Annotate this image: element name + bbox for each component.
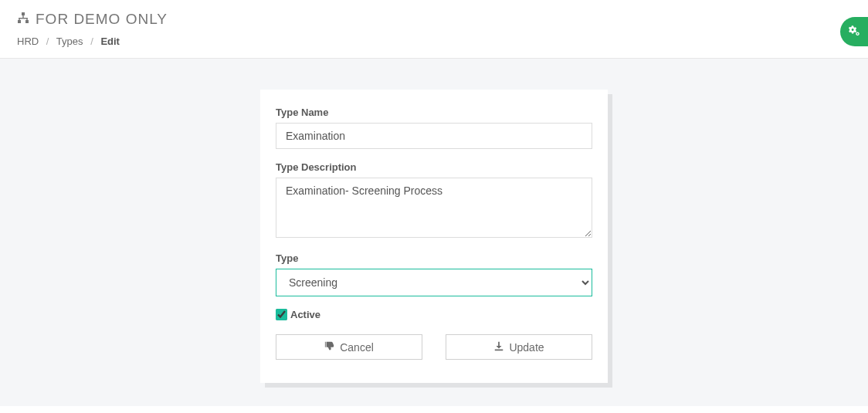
form-group-type-name: Type Name [276, 107, 592, 149]
update-button[interactable]: Update [446, 334, 592, 360]
update-button-label: Update [509, 341, 544, 354]
settings-tab[interactable] [840, 17, 868, 46]
type-description-label: Type Description [276, 161, 592, 173]
type-label: Type [276, 252, 592, 264]
thumbs-down-icon [324, 340, 335, 354]
svg-rect-2 [25, 20, 29, 23]
edit-form-card: Type Name Type Description Type Screenin… [260, 90, 608, 383]
content-area: Type Name Type Description Type Screenin… [0, 59, 868, 406]
breadcrumb-link-hrd[interactable]: HRD [17, 36, 39, 47]
type-name-input[interactable] [276, 123, 592, 149]
form-group-type: Type Screening [276, 252, 592, 296]
active-checkbox[interactable] [276, 309, 287, 320]
svg-rect-6 [26, 18, 27, 20]
sitemap-icon [17, 11, 29, 28]
breadcrumb-link-types[interactable]: Types [56, 36, 83, 47]
svg-rect-4 [19, 18, 27, 19]
svg-rect-5 [19, 18, 19, 20]
form-group-active: Active [276, 309, 592, 320]
page-title: FOR DEMO ONLY [36, 11, 168, 28]
breadcrumb-separator: / [46, 36, 49, 47]
svg-rect-0 [22, 12, 25, 15]
button-row: Cancel Update [276, 334, 592, 360]
page-header: FOR DEMO ONLY HRD / Types / Edit [0, 0, 868, 59]
breadcrumb-current: Edit [100, 36, 120, 47]
form-group-type-description: Type Description [276, 161, 592, 240]
cancel-button-label: Cancel [340, 341, 374, 354]
page-title-row: FOR DEMO ONLY [17, 11, 851, 28]
type-name-label: Type Name [276, 107, 592, 118]
active-label: Active [290, 309, 320, 320]
download-icon [493, 340, 504, 354]
gears-icon [847, 24, 861, 40]
type-select[interactable]: Screening [276, 269, 592, 296]
type-description-textarea[interactable] [276, 178, 592, 238]
breadcrumb: HRD / Types / Edit [17, 36, 851, 47]
cancel-button[interactable]: Cancel [276, 334, 422, 360]
breadcrumb-separator: / [90, 36, 93, 47]
svg-rect-1 [18, 20, 21, 23]
